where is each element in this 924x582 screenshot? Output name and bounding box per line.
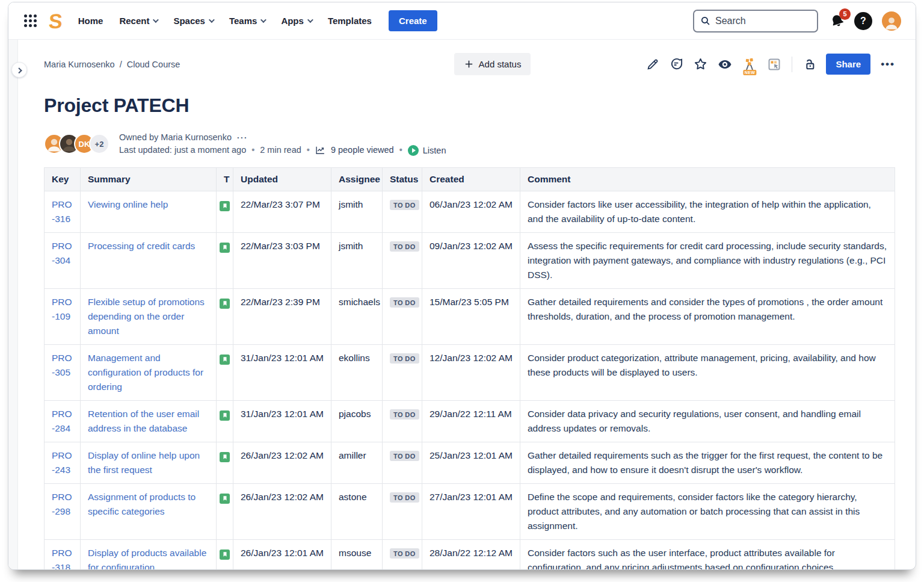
breadcrumb-space-link[interactable]: Cloud Course xyxy=(127,60,180,69)
issue-comment: Gather detailed requirements and conside… xyxy=(520,289,895,345)
issue-summary-link[interactable]: Display of products available for config… xyxy=(88,548,206,570)
issue-summary-link[interactable]: Retention of the user email address in t… xyxy=(88,409,199,433)
watch-button[interactable] xyxy=(718,57,732,72)
table-header-row: Key Summary T Updated Assignee Status Cr… xyxy=(45,168,895,191)
story-type-icon[interactable] xyxy=(220,201,230,211)
eye-icon xyxy=(718,57,732,72)
page-meta: Owned by Maria Kurnosenko ··· Last updat… xyxy=(119,131,446,156)
status-badge[interactable]: TO DO xyxy=(390,492,419,503)
issue-key-link[interactable]: PRO-305 xyxy=(52,353,72,377)
nav-templates[interactable]: Templates xyxy=(328,16,372,26)
status-badge[interactable]: TO DO xyxy=(390,200,419,210)
issue-comment: Consider factors like user accessibility… xyxy=(520,191,895,233)
col-assignee: Assignee xyxy=(331,168,383,191)
favorite-button[interactable] xyxy=(694,57,707,71)
search-box[interactable] xyxy=(693,10,818,33)
issue-updated: 31/Jan/23 12:01 AM xyxy=(233,401,331,442)
sidebar-expand-button[interactable] xyxy=(11,62,27,78)
product-logo[interactable]: S xyxy=(48,11,63,31)
collapsed-sidebar xyxy=(8,40,18,569)
status-badge[interactable]: TO DO xyxy=(390,409,419,419)
search-input[interactable] xyxy=(715,16,811,26)
issue-key-link[interactable]: PRO-304 xyxy=(52,241,72,265)
owner-more-button[interactable]: ··· xyxy=(237,133,248,142)
issue-summary-link[interactable]: Flexible setup of promotions depending o… xyxy=(88,297,205,336)
last-updated-text: Last updated: just a moment ago xyxy=(119,144,246,156)
status-badge[interactable]: TO DO xyxy=(390,297,419,308)
issue-comment: Define the scope and requirements, consi… xyxy=(520,484,895,540)
user-avatar[interactable] xyxy=(882,11,901,31)
issue-key-link[interactable]: PRO-318 xyxy=(52,548,72,570)
views-link[interactable]: 9 people viewed xyxy=(331,144,394,156)
toolbar-divider xyxy=(792,57,792,72)
edit-button[interactable] xyxy=(646,58,659,71)
nav-spaces[interactable]: Spaces xyxy=(173,16,213,26)
story-type-icon[interactable] xyxy=(220,549,230,560)
issue-created: 28/Jan/22 12:12 AM xyxy=(422,540,520,570)
play-icon xyxy=(408,145,419,156)
issue-summary-link[interactable]: Assignment of products to specific categ… xyxy=(88,492,196,516)
table-row: PRO-284 Retention of the user email addr… xyxy=(45,401,895,442)
notification-count-badge: 5 xyxy=(839,8,851,20)
plus-icon xyxy=(464,59,474,69)
story-type-icon[interactable] xyxy=(220,410,230,421)
table-row: PRO-298 Assignment of products to specif… xyxy=(45,484,895,540)
comment-button[interactable] xyxy=(670,57,683,71)
issue-created: 15/Mar/23 5:05 PM xyxy=(422,289,520,345)
story-type-icon[interactable] xyxy=(220,452,230,462)
issue-key-link[interactable]: PRO-284 xyxy=(52,409,72,433)
issue-assignee: pjacobs xyxy=(331,401,383,442)
issue-key-link[interactable]: PRO-316 xyxy=(52,199,72,224)
issue-created: 06/Jan/23 12:02 AM xyxy=(422,191,520,233)
nav-home[interactable]: Home xyxy=(78,16,103,26)
issue-assignee: jsmith xyxy=(331,191,383,233)
chevron-right-icon xyxy=(16,67,22,73)
story-type-icon[interactable] xyxy=(220,243,230,253)
app-switcher-icon[interactable] xyxy=(22,12,39,29)
more-actions-button[interactable]: ••• xyxy=(881,58,895,70)
contributor-overflow-avatar[interactable]: +2 xyxy=(89,134,109,154)
nav-recent[interactable]: Recent xyxy=(119,16,157,26)
status-badge[interactable]: TO DO xyxy=(390,241,419,252)
status-badge[interactable]: TO DO xyxy=(390,451,419,461)
story-type-icon[interactable] xyxy=(220,354,230,365)
restrictions-button[interactable] xyxy=(802,58,816,71)
owned-by-text: Owned by Maria Kurnosenko xyxy=(119,131,232,144)
issue-summary-link[interactable]: Viewing online help xyxy=(88,199,168,209)
issue-updated: 22/Mar/23 3:07 PM xyxy=(233,191,331,233)
issue-summary-link[interactable]: Processing of credit cards xyxy=(88,241,195,251)
issue-created: 27/Jan/23 12:01 AM xyxy=(422,484,520,540)
issue-created: 12/Jan/23 12:02 AM xyxy=(422,345,520,401)
add-status-button[interactable]: Add status xyxy=(454,53,531,75)
issue-key-link[interactable]: PRO-243 xyxy=(52,450,72,475)
whats-new-button[interactable]: NEW xyxy=(742,57,757,72)
new-badge: NEW xyxy=(744,70,756,75)
nav-teams[interactable]: Teams xyxy=(229,16,265,26)
story-type-icon[interactable] xyxy=(220,299,230,309)
issue-assignee: smichaels xyxy=(331,289,383,345)
issue-key-link[interactable]: PRO-298 xyxy=(52,492,72,516)
app-widget-button[interactable] xyxy=(767,57,781,72)
share-button[interactable]: Share xyxy=(826,54,870,75)
status-badge[interactable]: TO DO xyxy=(390,548,419,559)
breadcrumb: Maria Kurnosenko / Cloud Course xyxy=(44,60,180,69)
status-badge[interactable]: TO DO xyxy=(390,353,419,364)
issue-comment: Gather detailed requirements such as the… xyxy=(520,442,895,484)
issue-summary-link[interactable]: Display of online help upon the first re… xyxy=(88,450,200,475)
notifications-button[interactable]: 5 xyxy=(830,14,845,28)
issue-key-link[interactable]: PRO-109 xyxy=(52,297,72,321)
listen-button[interactable]: Listen xyxy=(408,145,446,156)
breadcrumb-owner-link[interactable]: Maria Kurnosenko xyxy=(44,60,115,69)
create-button[interactable]: Create xyxy=(389,10,437,31)
story-type-icon[interactable] xyxy=(220,494,230,504)
chevron-down-icon xyxy=(209,17,215,23)
issue-assignee: ekollins xyxy=(331,345,383,401)
issues-table-body: PRO-316 Viewing online help 22/Mar/23 3:… xyxy=(45,191,895,570)
issue-summary-link[interactable]: Management and configuration of products… xyxy=(88,353,203,392)
issue-comment: Consider data privacy and security regul… xyxy=(520,401,895,442)
byline: DK +2 Owned by Maria Kurnosenko ··· Last… xyxy=(44,131,895,156)
nav-apps[interactable]: Apps xyxy=(281,16,312,26)
col-type: T xyxy=(217,168,233,191)
search-icon xyxy=(700,16,710,26)
help-button[interactable]: ? xyxy=(854,12,872,30)
